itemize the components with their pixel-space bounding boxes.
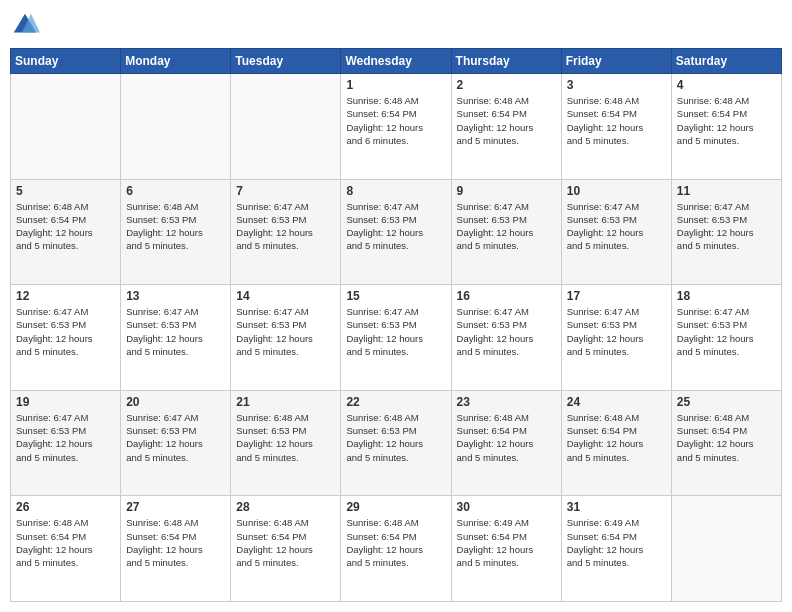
day-info: Sunrise: 6:48 AM Sunset: 6:54 PM Dayligh…	[346, 94, 445, 147]
day-info: Sunrise: 6:48 AM Sunset: 6:54 PM Dayligh…	[346, 516, 445, 569]
day-info: Sunrise: 6:47 AM Sunset: 6:53 PM Dayligh…	[677, 200, 776, 253]
calendar-cell: 14Sunrise: 6:47 AM Sunset: 6:53 PM Dayli…	[231, 285, 341, 391]
day-info: Sunrise: 6:47 AM Sunset: 6:53 PM Dayligh…	[16, 411, 115, 464]
day-info: Sunrise: 6:48 AM Sunset: 6:54 PM Dayligh…	[677, 94, 776, 147]
day-info: Sunrise: 6:47 AM Sunset: 6:53 PM Dayligh…	[236, 305, 335, 358]
day-number: 10	[567, 184, 666, 198]
calendar-cell: 6Sunrise: 6:48 AM Sunset: 6:53 PM Daylig…	[121, 179, 231, 285]
day-info: Sunrise: 6:48 AM Sunset: 6:54 PM Dayligh…	[457, 94, 556, 147]
calendar-cell: 7Sunrise: 6:47 AM Sunset: 6:53 PM Daylig…	[231, 179, 341, 285]
calendar-week-2: 5Sunrise: 6:48 AM Sunset: 6:54 PM Daylig…	[11, 179, 782, 285]
calendar-cell: 10Sunrise: 6:47 AM Sunset: 6:53 PM Dayli…	[561, 179, 671, 285]
calendar-cell: 29Sunrise: 6:48 AM Sunset: 6:54 PM Dayli…	[341, 496, 451, 602]
calendar-cell: 12Sunrise: 6:47 AM Sunset: 6:53 PM Dayli…	[11, 285, 121, 391]
day-info: Sunrise: 6:47 AM Sunset: 6:53 PM Dayligh…	[126, 411, 225, 464]
day-info: Sunrise: 6:48 AM Sunset: 6:54 PM Dayligh…	[677, 411, 776, 464]
calendar-header-monday: Monday	[121, 49, 231, 74]
day-info: Sunrise: 6:48 AM Sunset: 6:54 PM Dayligh…	[16, 200, 115, 253]
day-info: Sunrise: 6:47 AM Sunset: 6:53 PM Dayligh…	[567, 305, 666, 358]
day-info: Sunrise: 6:47 AM Sunset: 6:53 PM Dayligh…	[236, 200, 335, 253]
day-number: 9	[457, 184, 556, 198]
calendar-cell: 1Sunrise: 6:48 AM Sunset: 6:54 PM Daylig…	[341, 74, 451, 180]
day-number: 22	[346, 395, 445, 409]
calendar-cell: 16Sunrise: 6:47 AM Sunset: 6:53 PM Dayli…	[451, 285, 561, 391]
calendar-cell: 24Sunrise: 6:48 AM Sunset: 6:54 PM Dayli…	[561, 390, 671, 496]
calendar-cell	[121, 74, 231, 180]
day-number: 26	[16, 500, 115, 514]
calendar-header-tuesday: Tuesday	[231, 49, 341, 74]
calendar-cell: 8Sunrise: 6:47 AM Sunset: 6:53 PM Daylig…	[341, 179, 451, 285]
day-number: 6	[126, 184, 225, 198]
calendar-cell: 17Sunrise: 6:47 AM Sunset: 6:53 PM Dayli…	[561, 285, 671, 391]
day-number: 25	[677, 395, 776, 409]
calendar-cell	[231, 74, 341, 180]
day-info: Sunrise: 6:47 AM Sunset: 6:53 PM Dayligh…	[16, 305, 115, 358]
day-info: Sunrise: 6:48 AM Sunset: 6:54 PM Dayligh…	[457, 411, 556, 464]
day-number: 21	[236, 395, 335, 409]
calendar-cell: 18Sunrise: 6:47 AM Sunset: 6:53 PM Dayli…	[671, 285, 781, 391]
day-info: Sunrise: 6:48 AM Sunset: 6:53 PM Dayligh…	[126, 200, 225, 253]
calendar-cell: 3Sunrise: 6:48 AM Sunset: 6:54 PM Daylig…	[561, 74, 671, 180]
calendar-cell: 15Sunrise: 6:47 AM Sunset: 6:53 PM Dayli…	[341, 285, 451, 391]
day-info: Sunrise: 6:48 AM Sunset: 6:54 PM Dayligh…	[16, 516, 115, 569]
day-info: Sunrise: 6:47 AM Sunset: 6:53 PM Dayligh…	[457, 200, 556, 253]
day-number: 29	[346, 500, 445, 514]
day-number: 17	[567, 289, 666, 303]
day-number: 2	[457, 78, 556, 92]
calendar-cell	[11, 74, 121, 180]
day-number: 19	[16, 395, 115, 409]
day-number: 4	[677, 78, 776, 92]
calendar-header-wednesday: Wednesday	[341, 49, 451, 74]
logo-icon	[10, 10, 40, 40]
calendar-cell: 22Sunrise: 6:48 AM Sunset: 6:53 PM Dayli…	[341, 390, 451, 496]
calendar-cell: 5Sunrise: 6:48 AM Sunset: 6:54 PM Daylig…	[11, 179, 121, 285]
calendar-header-row: SundayMondayTuesdayWednesdayThursdayFrid…	[11, 49, 782, 74]
day-info: Sunrise: 6:48 AM Sunset: 6:54 PM Dayligh…	[236, 516, 335, 569]
day-number: 20	[126, 395, 225, 409]
calendar-header-thursday: Thursday	[451, 49, 561, 74]
calendar-cell: 31Sunrise: 6:49 AM Sunset: 6:54 PM Dayli…	[561, 496, 671, 602]
day-number: 27	[126, 500, 225, 514]
calendar-week-5: 26Sunrise: 6:48 AM Sunset: 6:54 PM Dayli…	[11, 496, 782, 602]
calendar-header-saturday: Saturday	[671, 49, 781, 74]
day-number: 24	[567, 395, 666, 409]
day-info: Sunrise: 6:48 AM Sunset: 6:53 PM Dayligh…	[236, 411, 335, 464]
day-info: Sunrise: 6:47 AM Sunset: 6:53 PM Dayligh…	[126, 305, 225, 358]
calendar-cell: 11Sunrise: 6:47 AM Sunset: 6:53 PM Dayli…	[671, 179, 781, 285]
day-number: 7	[236, 184, 335, 198]
calendar-cell: 2Sunrise: 6:48 AM Sunset: 6:54 PM Daylig…	[451, 74, 561, 180]
day-number: 5	[16, 184, 115, 198]
calendar-cell: 27Sunrise: 6:48 AM Sunset: 6:54 PM Dayli…	[121, 496, 231, 602]
calendar-cell: 4Sunrise: 6:48 AM Sunset: 6:54 PM Daylig…	[671, 74, 781, 180]
calendar-cell: 30Sunrise: 6:49 AM Sunset: 6:54 PM Dayli…	[451, 496, 561, 602]
day-info: Sunrise: 6:47 AM Sunset: 6:53 PM Dayligh…	[567, 200, 666, 253]
day-number: 23	[457, 395, 556, 409]
day-number: 3	[567, 78, 666, 92]
calendar-table: SundayMondayTuesdayWednesdayThursdayFrid…	[10, 48, 782, 602]
calendar-cell: 23Sunrise: 6:48 AM Sunset: 6:54 PM Dayli…	[451, 390, 561, 496]
calendar-cell: 26Sunrise: 6:48 AM Sunset: 6:54 PM Dayli…	[11, 496, 121, 602]
day-info: Sunrise: 6:49 AM Sunset: 6:54 PM Dayligh…	[457, 516, 556, 569]
calendar-cell: 13Sunrise: 6:47 AM Sunset: 6:53 PM Dayli…	[121, 285, 231, 391]
day-number: 16	[457, 289, 556, 303]
day-number: 8	[346, 184, 445, 198]
day-info: Sunrise: 6:47 AM Sunset: 6:53 PM Dayligh…	[457, 305, 556, 358]
day-number: 30	[457, 500, 556, 514]
calendar-cell: 20Sunrise: 6:47 AM Sunset: 6:53 PM Dayli…	[121, 390, 231, 496]
calendar-cell	[671, 496, 781, 602]
day-info: Sunrise: 6:48 AM Sunset: 6:53 PM Dayligh…	[346, 411, 445, 464]
day-number: 11	[677, 184, 776, 198]
day-number: 18	[677, 289, 776, 303]
day-info: Sunrise: 6:47 AM Sunset: 6:53 PM Dayligh…	[346, 305, 445, 358]
day-number: 14	[236, 289, 335, 303]
day-info: Sunrise: 6:48 AM Sunset: 6:54 PM Dayligh…	[567, 411, 666, 464]
calendar-cell: 28Sunrise: 6:48 AM Sunset: 6:54 PM Dayli…	[231, 496, 341, 602]
calendar-week-3: 12Sunrise: 6:47 AM Sunset: 6:53 PM Dayli…	[11, 285, 782, 391]
calendar-cell: 21Sunrise: 6:48 AM Sunset: 6:53 PM Dayli…	[231, 390, 341, 496]
day-number: 13	[126, 289, 225, 303]
header	[10, 10, 782, 40]
day-number: 12	[16, 289, 115, 303]
day-info: Sunrise: 6:47 AM Sunset: 6:53 PM Dayligh…	[346, 200, 445, 253]
calendar-cell: 19Sunrise: 6:47 AM Sunset: 6:53 PM Dayli…	[11, 390, 121, 496]
day-number: 31	[567, 500, 666, 514]
